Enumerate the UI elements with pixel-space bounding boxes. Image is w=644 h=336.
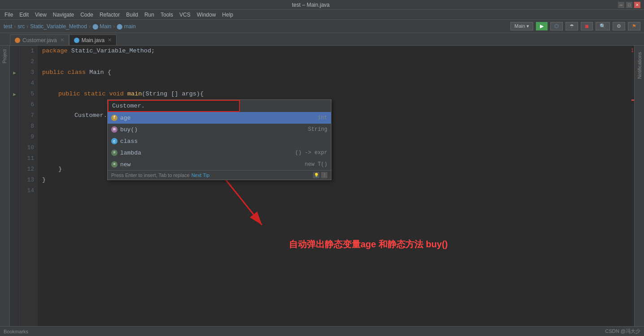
tab-main[interactable]: Main.java ✕ [69, 34, 117, 45]
gutter-left: ▶ ▶ [10, 46, 20, 336]
title-controls: ─ □ ✕ [618, 2, 640, 8]
run-config-label: Main ▾ [514, 23, 529, 29]
menu-vcs[interactable]: VCS [177, 11, 193, 19]
breadcrumb-test[interactable]: test [4, 23, 12, 30]
line-num-7: 7 [20, 110, 34, 121]
gutter-8 [10, 121, 19, 132]
status-author: CSDN @冯大少 [605, 328, 640, 335]
minimize-button[interactable]: ─ [618, 2, 624, 8]
autocomplete-item-lambda[interactable]: ≡ lambda () -> expr [108, 147, 331, 159]
notifications-label: Notifications [637, 52, 642, 79]
gutter-11 [10, 153, 19, 164]
editor-area: ▶ ▶ 1 2 3 4 5 6 7 8 9 10 11 12 [10, 46, 634, 336]
notifications-sidebar: Notifications [634, 46, 644, 336]
autocomplete-popup[interactable]: Customer. f age int m buy() String [107, 99, 331, 180]
gutter-14 [10, 185, 19, 196]
line-num-11: 11 [20, 153, 34, 164]
stop-button[interactable]: ◼ [581, 22, 593, 30]
gutter-2 [10, 56, 19, 67]
main-tab-close[interactable]: ✕ [108, 37, 112, 43]
line-num-4: 4 [20, 78, 34, 89]
menu-navigate[interactable]: Navigate [50, 11, 77, 19]
menu-code[interactable]: Code [78, 11, 96, 19]
code-line-5: public static void main (String [] args)… [38, 89, 634, 99]
title-text: test – Main.java [4, 2, 618, 8]
autocomplete-age-name: age [120, 115, 318, 121]
autocomplete-new-name: new [120, 161, 305, 168]
autocomplete-buy-type: String [308, 126, 327, 133]
menu-dots-icon[interactable]: ⋮ [321, 172, 327, 178]
code-line-3: public class Main { [38, 67, 634, 78]
gutter-7 [10, 110, 19, 121]
run-config-button[interactable]: Main ▾ [510, 22, 533, 30]
autocomplete-item-buy[interactable]: m buy() String [108, 124, 331, 135]
menu-build[interactable]: Build [123, 11, 141, 19]
gutter-5[interactable]: ▶ [10, 89, 19, 99]
breadcrumb-package[interactable]: Static_Variable_Method [30, 23, 87, 30]
autocomplete-item-class[interactable]: C class [108, 135, 331, 147]
autocomplete-item-age[interactable]: f age int [108, 112, 331, 124]
line-num-12: 12 [20, 164, 34, 175]
menu-file[interactable]: File [2, 11, 16, 19]
error-mark [631, 99, 634, 101]
settings-button[interactable]: ⚙ [613, 22, 625, 30]
field-icon: f [111, 115, 117, 121]
menu-window[interactable]: Window [194, 11, 219, 19]
method-icon: m [111, 126, 117, 133]
menu-view[interactable]: View [32, 11, 49, 19]
search-button[interactable]: 🔍 [596, 22, 610, 30]
debug-button[interactable]: ⬡ [550, 22, 563, 30]
autocomplete-class-name: class [120, 138, 327, 145]
breadcrumb-src[interactable]: src [17, 23, 25, 30]
line-num-5: 5 [20, 89, 34, 99]
customer-tab-icon [15, 38, 20, 43]
class-icon: C [111, 138, 117, 144]
customer-tab-label: Customer.java [22, 37, 57, 43]
tab-customer[interactable]: Customer.java ✕ [10, 34, 69, 45]
autocomplete-input[interactable]: Customer. [108, 100, 240, 112]
line-num-9: 9 [20, 132, 34, 142]
toolbar: test › src › Static_Variable_Method › ⬤ … [0, 20, 644, 33]
breadcrumb-class[interactable]: ⬤ Main [92, 23, 111, 30]
breadcrumb: test › src › Static_Variable_Method › ⬤ … [4, 23, 136, 30]
breadcrumb-method[interactable]: ⬤ main [117, 23, 135, 30]
customer-tab-close[interactable]: ✕ [60, 37, 64, 43]
notification-button[interactable]: ⚑ [628, 22, 640, 30]
gutter-12 [10, 164, 19, 175]
project-icon[interactable]: Project [1, 47, 8, 65]
autocomplete-item-new[interactable]: ≡ new new T() [108, 159, 331, 170]
gutter-1 [10, 46, 19, 56]
gutter-13 [10, 175, 19, 185]
autocomplete-footer: Press Enter to insert, Tab to replace Ne… [108, 170, 331, 180]
line-num-8: 8 [20, 121, 34, 132]
menu-tools[interactable]: Tools [158, 11, 176, 19]
maximize-button[interactable]: □ [626, 2, 632, 8]
menu-refactor[interactable]: Refactor [97, 11, 122, 19]
line-num-13: 13 [20, 175, 34, 185]
code-area[interactable]: package Static_Variable_Method; public c… [38, 46, 634, 336]
code-line-2 [38, 56, 634, 67]
menu-help[interactable]: Help [219, 11, 236, 19]
right-gutter: 1 [629, 46, 634, 336]
line-num-2: 2 [20, 56, 34, 67]
autocomplete-lambda-name: lambda [120, 150, 295, 156]
main-tab-icon [74, 38, 79, 43]
run-button[interactable]: ▶ [536, 22, 548, 30]
tab-bar: Customer.java ✕ Main.java ✕ [0, 33, 644, 46]
gutter-6 [10, 99, 19, 110]
line-num-1: 1 [20, 46, 34, 56]
autocomplete-list: f age int m buy() String C class [108, 112, 331, 170]
menu-bar: File Edit View Navigate Code Refactor Bu… [0, 10, 644, 20]
gutter-3: ▶ [10, 67, 19, 78]
autocomplete-footer-text: Press Enter to insert, Tab to replace [111, 172, 190, 178]
line-num-3: 3 [20, 67, 34, 78]
close-button[interactable]: ✕ [634, 2, 640, 8]
menu-edit[interactable]: Edit [17, 11, 31, 19]
autocomplete-next-tip[interactable]: Next Tip [191, 172, 209, 178]
annotation-text: 自动弹出静态变量age 和静态方法 buy() [289, 238, 448, 250]
main-layout: Project ▶ ▶ 1 2 3 4 5 6 7 [0, 46, 644, 336]
line-num-6: 6 [20, 99, 34, 110]
menu-run[interactable]: Run [142, 11, 157, 19]
coverage-button[interactable]: ☂ [566, 22, 578, 30]
autocomplete-age-type: int [318, 115, 327, 121]
